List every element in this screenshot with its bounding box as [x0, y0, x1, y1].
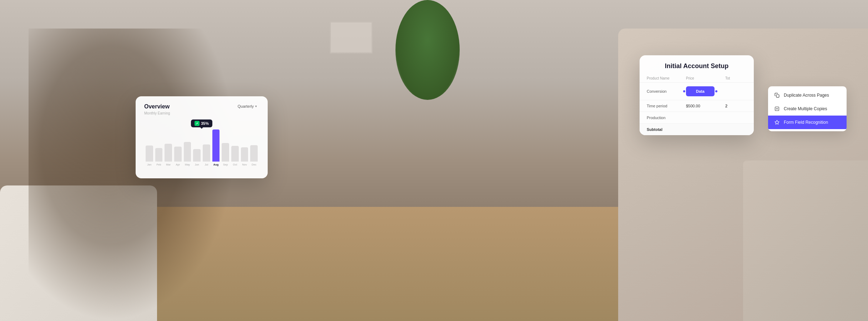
month-label-apr: Apr	[174, 163, 182, 166]
menu-item-duplicate[interactable]: Duplicate Across Pages	[768, 88, 847, 102]
data-value: Data	[693, 88, 707, 94]
account-setup-card: Initial Account Setup Product Name Price…	[640, 55, 754, 135]
chevron-down-icon: ▾	[255, 105, 257, 108]
col-product: Product Name	[647, 76, 686, 80]
subtotal-label: Subtotal	[647, 127, 686, 132]
price-500: $500.00	[686, 104, 725, 108]
overview-title: Overview	[144, 103, 170, 110]
chart-bar-may	[184, 142, 191, 162]
menu-label-duplicate: Duplicate Across Pages	[784, 93, 829, 98]
data-field-highlighted[interactable]: Data	[686, 86, 725, 96]
chart-area: ↗ 35% JanFebMarAprMayJunJulAugSepOctNovD…	[144, 119, 259, 166]
chart-bar-feb	[155, 148, 163, 162]
quarterly-dropdown[interactable]: Quarterly ▾	[236, 103, 259, 109]
month-label-may: May	[184, 163, 191, 166]
table-row: Production	[640, 112, 754, 124]
month-label-nov: Nov	[241, 163, 248, 166]
month-label-jun: Jun	[193, 163, 201, 166]
bars-container	[144, 129, 259, 162]
col-total-val-2: 2	[725, 104, 747, 108]
chart-bar-mar	[165, 144, 172, 162]
trend-icon: ↗	[195, 121, 200, 126]
chart-bar-jul	[203, 144, 210, 162]
overview-card: Overview Quarterly ▾ Monthly Earning ↗ 3…	[136, 96, 268, 178]
month-label-sep: Sep	[222, 163, 229, 166]
chart-bar-apr	[174, 147, 182, 162]
month-label-jan: Jan	[146, 163, 153, 166]
svg-rect-0	[776, 95, 779, 97]
menu-item-copies[interactable]: Create Multiple Copies	[768, 102, 847, 116]
monthly-earning-label: Monthly Earning	[144, 111, 259, 115]
month-label-oct: Oct	[231, 163, 239, 166]
background-scene	[0, 0, 868, 321]
table-row: Conversion Data	[640, 83, 754, 100]
context-menu: Duplicate Across Pages Create Multiple C…	[768, 86, 847, 131]
quarterly-label: Quarterly	[238, 104, 254, 108]
table-row: Subtotal	[640, 124, 754, 135]
col-price: Price	[686, 76, 725, 80]
table-row: Time period $500.00 2	[640, 100, 754, 112]
col-total: Tot	[725, 76, 747, 80]
table-header: Product Name Price Tot	[640, 74, 754, 83]
chart-bar-jan	[146, 146, 153, 162]
menu-label-copies: Create Multiple Copies	[784, 106, 827, 111]
chart-bar-dec	[250, 145, 258, 162]
month-label-dec: Dec	[250, 163, 258, 166]
chart-bar-oct	[231, 146, 239, 162]
month-label-aug: Aug	[212, 163, 220, 166]
month-label-jul: Jul	[203, 163, 210, 166]
magic-wand-icon	[774, 119, 780, 126]
row-label-conversion: Conversion	[647, 89, 686, 93]
month-label-mar: Mar	[165, 163, 172, 166]
chart-tooltip: ↗ 35%	[191, 119, 212, 127]
month-labels: JanFebMarAprMayJunJulAugSepOctNovDec	[144, 163, 259, 166]
menu-label-form-field: Form Field Recognition	[784, 120, 828, 125]
month-label-feb: Feb	[155, 163, 163, 166]
chart-bar-nov	[241, 147, 248, 162]
tooltip-value: 35%	[201, 121, 209, 126]
account-title: Initial Account Setup	[640, 62, 754, 74]
chart-bar-aug	[212, 129, 220, 162]
menu-item-form-field[interactable]: Form Field Recognition	[768, 116, 847, 129]
copy-icon	[774, 92, 780, 98]
row-label-time: Time period	[647, 104, 686, 108]
row-label-production: Production	[647, 116, 686, 120]
chart-bar-jun	[193, 149, 201, 162]
chart-bar-sep	[222, 143, 229, 162]
plus-square-icon	[774, 106, 780, 112]
